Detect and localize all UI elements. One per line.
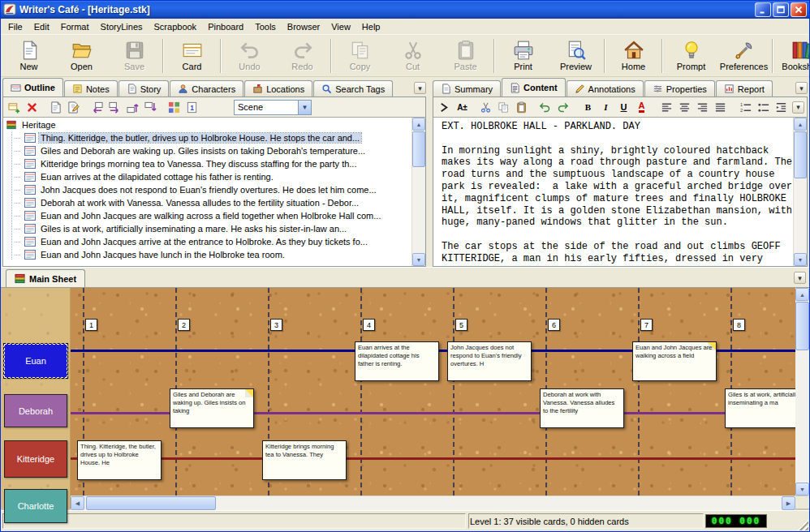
story-card[interactable]: Giles and Deborah are waking up. Giles i…: [170, 388, 254, 428]
underline-button[interactable]: U: [615, 99, 632, 115]
resize-grip[interactable]: [798, 520, 808, 530]
tab-locations[interactable]: Locations: [244, 80, 312, 97]
row-label-charlotte[interactable]: Charlotte: [4, 489, 67, 523]
tab-outline[interactable]: Outline: [2, 78, 63, 97]
row-label-kitteridge[interactable]: Kitteridge: [4, 440, 67, 478]
close-button[interactable]: [791, 2, 807, 17]
promote-card-button[interactable]: [88, 99, 106, 115]
outline-item[interactable]: Euan and John Jacques are walking across…: [6, 209, 411, 222]
card-button[interactable]: Card: [166, 36, 218, 75]
scroll-up-button[interactable]: ▲: [412, 118, 425, 131]
numbered-list-button[interactable]: 12: [737, 99, 754, 115]
demote-card-button[interactable]: [106, 99, 123, 115]
scroll-down-button[interactable]: ▼: [795, 483, 809, 496]
print-button[interactable]: Print: [497, 36, 549, 75]
menu-edit[interactable]: Edit: [28, 20, 55, 33]
menu-help[interactable]: Help: [356, 20, 386, 33]
tab-report[interactable]: Report: [716, 80, 773, 97]
scroll-thumb[interactable]: [412, 131, 425, 167]
board-vscrollbar[interactable]: ▲ ▼: [795, 288, 809, 510]
redo-button[interactable]: [554, 99, 571, 115]
outline-item[interactable]: Giles is at work, artificially inseminat…: [6, 222, 411, 235]
row-label-deborah[interactable]: Deborah: [4, 394, 67, 427]
editor-scrollbar[interactable]: ▲ ▼: [793, 118, 807, 266]
tab-annotations[interactable]: Annotations: [567, 80, 644, 97]
story-card[interactable]: John Jacques does not respond to Euan's …: [447, 341, 532, 381]
scroll-thumb[interactable]: [86, 496, 216, 510]
board-hscrollbar[interactable]: ◀ ▶: [71, 496, 795, 510]
story-card[interactable]: Deborah at work with Vanessa. Vanessa al…: [540, 388, 624, 428]
paste-button[interactable]: [513, 99, 530, 115]
scroll-up-button[interactable]: ▲: [795, 288, 809, 301]
menu-browser[interactable]: Browser: [282, 20, 325, 33]
outline-item[interactable]: Kitteridge brings morning tea to Vanessa…: [6, 157, 411, 170]
level-one-button[interactable]: 1: [183, 99, 200, 115]
menu-tools[interactable]: Tools: [249, 20, 282, 33]
menu-storylines[interactable]: StoryLines: [95, 20, 149, 33]
script-arrow-button[interactable]: [436, 99, 453, 115]
toolbar-overflow-chevron[interactable]: ▾: [792, 101, 804, 114]
scroll-down-button[interactable]: ▼: [794, 253, 807, 266]
bookshelf-button[interactable]: Bookshelf: [775, 36, 809, 75]
align-right-button[interactable]: [694, 99, 711, 115]
story-card[interactable]: Giles is at work, artificially inseminat…: [725, 388, 795, 428]
scroll-up-button[interactable]: ▲: [794, 118, 807, 131]
story-card[interactable]: Thing. Kitteridge, the butler, drives up…: [77, 440, 162, 480]
minimize-button[interactable]: [755, 2, 771, 17]
indent-button[interactable]: [773, 99, 790, 115]
tab-notes[interactable]: Notes: [64, 80, 118, 97]
story-card[interactable]: Euan and John Jacques are walking across…: [632, 341, 717, 381]
tab-summary[interactable]: Summary: [433, 80, 501, 97]
font-color-button[interactable]: A: [633, 99, 650, 115]
tab-overflow-chevron[interactable]: ▾: [795, 82, 808, 94]
scroll-track[interactable]: [795, 301, 809, 483]
font-size-button[interactable]: A±: [454, 99, 471, 115]
outline-item[interactable]: Euan arrives at the dilapidated cottage …: [6, 170, 411, 183]
italic-button[interactable]: I: [597, 99, 614, 115]
new-note-button[interactable]: [47, 99, 64, 115]
outline-item[interactable]: John Jacques does not respond to Euan's …: [6, 183, 411, 196]
story-card[interactable]: Kitteridge brings morning tea to Vanessa…: [262, 440, 347, 480]
tab-content[interactable]: Content: [502, 78, 566, 97]
dropdown-arrow-icon[interactable]: ▼: [298, 101, 311, 114]
outline-root-item[interactable]: Heritage: [6, 118, 411, 131]
grid-view-button[interactable]: [166, 99, 183, 115]
tab-characters[interactable]: Characters: [170, 80, 243, 97]
tab-main-sheet[interactable]: Main Sheet: [6, 269, 85, 287]
preview-button[interactable]: Preview: [549, 36, 602, 75]
prompt-button[interactable]: Prompt: [665, 36, 717, 75]
undo-button[interactable]: [536, 99, 554, 115]
story-card[interactable]: Euan arrives at the dilapidated cottage …: [355, 341, 439, 381]
delete-card-button[interactable]: [24, 99, 41, 115]
outline-scrollbar[interactable]: ▲ ▼: [411, 118, 425, 266]
pane-splitter[interactable]: [426, 97, 433, 267]
scroll-track[interactable]: [794, 131, 807, 253]
open-button[interactable]: Open: [55, 36, 108, 75]
align-left-button[interactable]: [658, 99, 675, 115]
scroll-right-button[interactable]: ▶: [782, 496, 795, 510]
scroll-thumb[interactable]: [795, 302, 809, 350]
outline-item[interactable]: Thing. Kitteridge, the butler, drives up…: [6, 131, 411, 144]
scene-view-dropdown[interactable]: Scene ▼: [234, 100, 312, 115]
outline-item[interactable]: Euan and John Jacques have lunch in the …: [6, 248, 411, 261]
scroll-left-button[interactable]: ◀: [71, 496, 84, 510]
outline-item[interactable]: Euan and John Jacques arrive at the entr…: [6, 235, 411, 248]
move-down-button[interactable]: [142, 99, 159, 115]
menu-view[interactable]: View: [325, 20, 356, 33]
scroll-track[interactable]: [84, 496, 782, 510]
scroll-thumb[interactable]: [794, 131, 807, 178]
preferences-button[interactable]: Preferences: [717, 36, 770, 75]
bullet-list-button[interactable]: [755, 99, 772, 115]
edit-note-button[interactable]: [65, 99, 82, 115]
add-card-button[interactable]: [6, 99, 23, 115]
bold-button[interactable]: B: [579, 99, 597, 115]
tab-search-tags[interactable]: Search Tags: [313, 80, 393, 97]
sheet-overflow-chevron[interactable]: ▾: [794, 272, 806, 284]
scroll-track[interactable]: [412, 131, 425, 253]
outline-item[interactable]: Deborah at work with Vanessa. Vanessa al…: [6, 196, 411, 209]
row-label-euan[interactable]: Euan: [4, 344, 67, 378]
scroll-down-button[interactable]: ▼: [412, 253, 425, 266]
tab-properties[interactable]: Properties: [644, 80, 715, 97]
justify-button[interactable]: [712, 99, 729, 115]
maximize-button[interactable]: [773, 2, 789, 17]
